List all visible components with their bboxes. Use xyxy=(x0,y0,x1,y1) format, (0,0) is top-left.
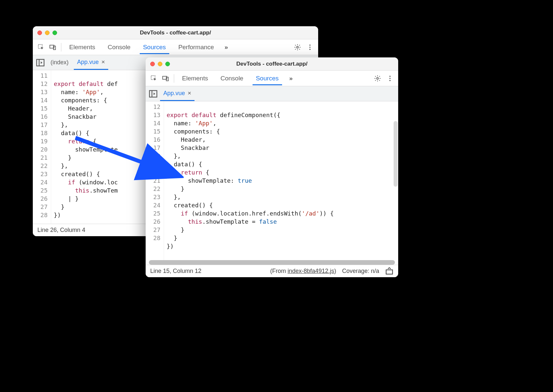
svg-rect-16 xyxy=(150,91,157,97)
statusbar: Line 15, Column 12 (From index-8bfa4912.… xyxy=(146,265,398,277)
drawer-icon[interactable] xyxy=(385,267,394,276)
file-tab-index[interactable]: (index) xyxy=(47,55,72,70)
gear-icon[interactable] xyxy=(292,42,303,53)
svg-rect-7 xyxy=(37,59,44,66)
zoom-icon[interactable] xyxy=(52,31,57,35)
line-number-gutter: 11 12 13 14 15 16 17 18 19 20 21 22 23 2… xyxy=(33,70,51,224)
svg-rect-18 xyxy=(386,270,393,274)
code-editor[interactable]: 12 13 14 15 16 17 18 19 20 21 22 23 24 2… xyxy=(146,101,398,265)
tab-console[interactable]: Console xyxy=(217,72,247,85)
panel-tabs: Elements Console Sources Performance » xyxy=(64,40,291,54)
traffic-lights xyxy=(33,31,57,35)
titlebar[interactable]: DevTools - coffee-cart.app/ xyxy=(33,26,318,39)
panel-tabs: Elements Console Sources » xyxy=(177,72,371,85)
zoom-icon[interactable] xyxy=(165,62,170,66)
file-tabbar: App.vue × xyxy=(146,86,398,101)
vertical-scrollbar[interactable] xyxy=(394,121,398,187)
tab-console[interactable]: Console xyxy=(104,40,134,54)
horizontal-scrollbar[interactable] xyxy=(149,260,395,265)
svg-point-13 xyxy=(389,75,391,77)
source-from: (From index-8bfa4912.js) xyxy=(270,268,336,275)
tab-performance[interactable]: Performance xyxy=(175,40,217,54)
kebab-icon[interactable] xyxy=(384,73,396,84)
navigator-toggle-icon[interactable] xyxy=(148,89,158,99)
close-icon[interactable] xyxy=(37,31,42,35)
tabs-overflow-icon[interactable]: » xyxy=(288,72,294,85)
device-icon[interactable] xyxy=(47,42,58,53)
minimize-icon[interactable] xyxy=(45,31,50,35)
toolbar-divider xyxy=(61,43,61,52)
window-title: DevTools - coffee-cart.app/ xyxy=(33,30,318,36)
cursor-position: Line 26, Column 4 xyxy=(37,227,85,234)
gear-icon[interactable] xyxy=(372,73,383,84)
panel-toolbar: Elements Console Sources » xyxy=(146,71,398,86)
file-tab-app-vue[interactable]: App.vue × xyxy=(74,55,108,70)
svg-point-3 xyxy=(297,46,298,48)
close-icon[interactable] xyxy=(150,62,155,66)
device-icon[interactable] xyxy=(160,73,171,84)
tab-elements[interactable]: Elements xyxy=(179,72,211,85)
file-tab-label: (index) xyxy=(51,59,69,66)
close-icon[interactable]: × xyxy=(101,58,105,66)
window-title: DevTools - coffee-cart.app/ xyxy=(146,61,398,67)
inspect-icon[interactable] xyxy=(148,73,159,84)
tab-sources[interactable]: Sources xyxy=(140,40,169,54)
navigator-toggle-icon[interactable] xyxy=(35,58,45,68)
minimize-icon[interactable] xyxy=(158,62,162,66)
devtools-window-front: DevTools - coffee-cart.app/ Elements Con… xyxy=(146,57,398,277)
close-icon[interactable]: × xyxy=(188,90,191,97)
file-tab-label: App.vue xyxy=(163,90,185,97)
source-link[interactable]: index-8bfa4912.js xyxy=(288,268,334,274)
coverage-status: Coverage: n/a xyxy=(342,268,379,275)
toolbar-divider xyxy=(174,74,174,83)
file-tab-label: App.vue xyxy=(77,59,99,66)
cursor-position: Line 15, Column 12 xyxy=(150,268,201,275)
svg-point-4 xyxy=(309,44,311,46)
tab-sources[interactable]: Sources xyxy=(253,72,282,85)
line-number-gutter: 12 13 14 15 16 17 18 19 20 21 22 23 24 2… xyxy=(146,101,164,265)
titlebar[interactable]: DevTools - coffee-cart.app/ xyxy=(146,57,398,71)
file-tab-app-vue[interactable]: App.vue × xyxy=(160,86,195,101)
tabs-overflow-icon[interactable]: » xyxy=(223,40,229,54)
panel-toolbar: Elements Console Sources Performance » xyxy=(33,39,318,55)
svg-point-6 xyxy=(309,49,311,50)
code-content[interactable]: export default defineComponent({ name: '… xyxy=(164,101,398,265)
tab-elements[interactable]: Elements xyxy=(66,40,98,54)
traffic-lights xyxy=(146,62,170,66)
svg-point-14 xyxy=(389,78,391,79)
inspect-icon[interactable] xyxy=(35,42,47,53)
svg-point-5 xyxy=(309,47,311,48)
svg-point-15 xyxy=(389,80,391,81)
kebab-icon[interactable] xyxy=(304,42,316,53)
svg-point-12 xyxy=(377,77,379,79)
